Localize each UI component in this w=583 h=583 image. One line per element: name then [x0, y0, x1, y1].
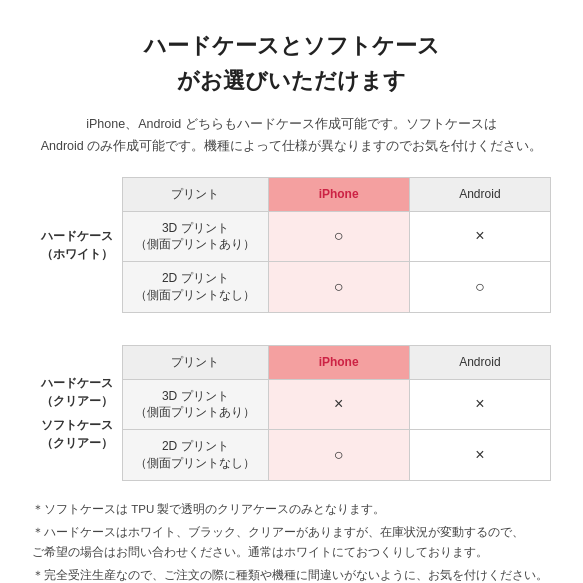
table-section-1: ハードケース（ホワイト） プリント iPhone Android 3D プリント… [32, 177, 551, 313]
td-iphone: ○ [268, 211, 409, 262]
th-android-1: Android [409, 177, 550, 211]
circle-icon: ○ [334, 446, 344, 463]
row-header-label-2: ソフトケース（クリアー） [41, 416, 113, 452]
th-android-2: Android [409, 345, 550, 379]
td-android: × [409, 211, 550, 262]
row-header-2: ハードケース（クリアー） ソフトケース（クリアー） [32, 345, 122, 481]
footer-note-3: ＊完全受注生産なので、ご注文の際に種類や機種に間違いがないように、お気を付けくだ… [32, 565, 551, 583]
td-android: × [409, 379, 550, 430]
row-header-1: ハードケース（ホワイト） [32, 177, 122, 313]
page-container: ハードケースとソフトケース がお選びいただけます iPhone、Android … [0, 0, 583, 583]
table-row: 2D プリント（側面プリントなし） ○ ○ [123, 262, 551, 313]
circle-icon: ○ [475, 278, 485, 295]
table-2: プリント iPhone Android 3D プリント（側面プリントあり） × … [122, 345, 551, 481]
td-print: 3D プリント（側面プリントあり） [123, 211, 269, 262]
th-print-2: プリント [123, 345, 269, 379]
td-print: 2D プリント（側面プリントなし） [123, 262, 269, 313]
th-print-1: プリント [123, 177, 269, 211]
td-iphone: ○ [268, 262, 409, 313]
cross-icon: × [334, 395, 343, 412]
cross-icon: × [475, 446, 484, 463]
main-title: ハードケースとソフトケース がお選びいただけます [32, 28, 551, 98]
footer-notes: ＊ソフトケースは TPU 製で透明のクリアケースのみとなります。 ＊ハードケース… [32, 499, 551, 583]
row-header-label-1: ハードケース（クリアー） [41, 374, 113, 410]
table-wrapper-2: ハードケース（クリアー） ソフトケース（クリアー） プリント iPhone An… [32, 345, 551, 481]
th-iphone-1: iPhone [268, 177, 409, 211]
td-iphone: × [268, 379, 409, 430]
table-row: 3D プリント（側面プリントあり） × × [123, 379, 551, 430]
circle-icon: ○ [334, 227, 344, 244]
table-section-2: ハードケース（クリアー） ソフトケース（クリアー） プリント iPhone An… [32, 345, 551, 481]
cross-icon: × [475, 227, 484, 244]
subtitle-text: iPhone、Android どちらもハードケース作成可能です。ソフトケースは … [32, 114, 551, 157]
table-row: 2D プリント（側面プリントなし） ○ × [123, 430, 551, 481]
table-row: 3D プリント（側面プリントあり） ○ × [123, 211, 551, 262]
td-android: ○ [409, 262, 550, 313]
cross-icon: × [475, 395, 484, 412]
table-wrapper-1: ハードケース（ホワイト） プリント iPhone Android 3D プリント… [32, 177, 551, 313]
td-print: 2D プリント（側面プリントなし） [123, 430, 269, 481]
td-iphone: ○ [268, 430, 409, 481]
td-android: × [409, 430, 550, 481]
footer-note-2: ＊ハードケースはホワイト、ブラック、クリアーがありますが、在庫状況が変動するので… [32, 522, 551, 563]
circle-icon: ○ [334, 278, 344, 295]
footer-note-1: ＊ソフトケースは TPU 製で透明のクリアケースのみとなります。 [32, 499, 551, 520]
table-1: プリント iPhone Android 3D プリント（側面プリントあり） ○ … [122, 177, 551, 313]
td-print: 3D プリント（側面プリントあり） [123, 379, 269, 430]
th-iphone-2: iPhone [268, 345, 409, 379]
